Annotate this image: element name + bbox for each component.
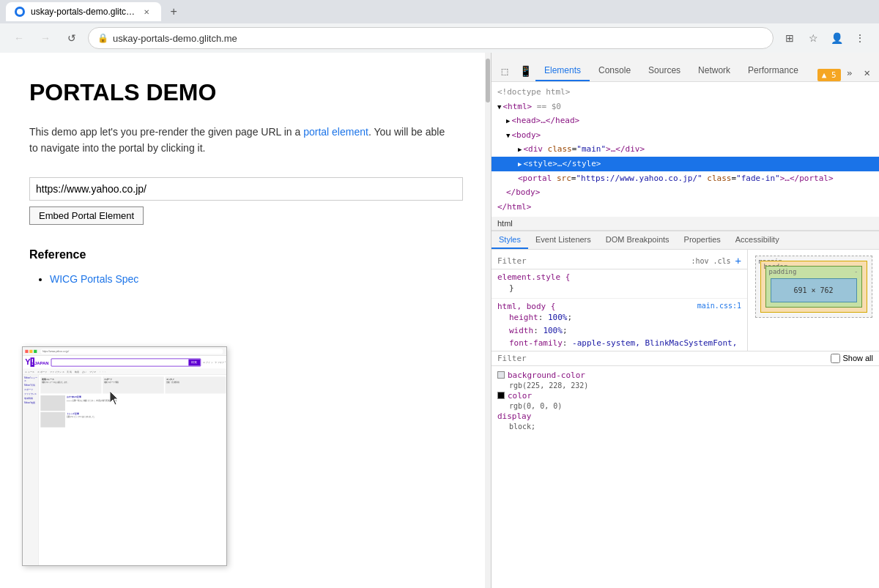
doctype-line[interactable]: <!doctype html> [492,85,879,100]
elements-tree: <!doctype html> ▼<html> == $0 ▶<head>…</… [492,82,879,217]
div-main-line[interactable]: ▶<div class="main">…</div> [492,142,879,157]
styles-tab-styles[interactable]: Styles [492,231,528,249]
display-computed-row: display [497,410,873,423]
devtools-close-button[interactable]: ✕ [858,64,876,81]
scrollbar-thumb [486,59,490,103]
devtools-device-button[interactable]: 📱 [515,61,535,81]
embed-portal-button[interactable]: Embed Portal Element [29,206,144,225]
styles-tabs-row: Styles Event Listeners DOM Breakpoints P… [492,231,879,250]
portal-element-link[interactable]: portal element [303,126,368,138]
styles-tab-dom-breakpoints[interactable]: DOM Breakpoints [598,231,677,249]
style-line[interactable]: ▶<style>…</style> [492,157,879,171]
devtools-tab-elements[interactable]: Elements [535,61,590,81]
devtools-inspect-button[interactable]: ⬚ [494,61,515,81]
new-tab-button[interactable]: + [164,2,183,21]
desc-text-before: This demo app let's you pre-render the g… [29,126,303,138]
padding-dash: - [854,268,858,275]
page-description: This demo app let's you pre-render the g… [29,124,454,157]
color-computed-val: rgb(0, 0, 0) [497,402,873,410]
html-open-line[interactable]: ▼<html> == $0 [492,100,879,114]
styles-filter-row: :hov .cls + [492,253,747,269]
padding-box: padding - 691 × 762 [765,266,862,308]
menu-button[interactable]: ⋮ [850,28,870,48]
font-val: -apple-system, BlinkMacSystemFont, [572,338,737,348]
computed-props-list: background-color rgb(225, 228, 232) colo… [492,365,879,473]
width-prop: width: 100%; [497,324,741,338]
refresh-button[interactable]: ↺ [62,28,82,48]
box-model-panel: margin - border - padding - 691 × 762 [747,250,879,351]
forward-button[interactable]: → [35,28,56,48]
wicg-portals-link[interactable]: WICG Portals Spec [50,273,138,285]
add-style-rule-button[interactable]: + [735,255,741,267]
devtools-tab-performance[interactable]: Performance [739,61,807,81]
browser-action-buttons: ⊞ ☆ 👤 ⋮ [779,28,870,48]
width-key: width [509,326,533,335]
box-dimensions: 691 × 762 [793,286,833,294]
font-family-prop: font-family: -apple-system, BlinkMacSyst… [497,337,741,350]
padding-label: padding [769,268,797,275]
bookmark-button[interactable]: ☆ [803,28,823,48]
address-url: uskay-portals-demo.glitch.me [113,33,764,44]
html-body-rule-section: html, body { main.css:1 height: 100%; wi… [492,299,747,351]
body-open-line[interactable]: ▼<body> [492,128,879,143]
account-button[interactable]: 👤 [826,28,847,48]
show-all-text: Show all [842,354,873,362]
devtools-tabs-row: ⬚ 📱 Elements Console Sources Network Per… [492,53,879,82]
reference-list: WICG Portals Spec [29,273,454,285]
bg-color-computed-key: background-color [508,371,585,380]
hov-pseudo-button[interactable]: :hov [691,257,708,265]
yahoo-top-bar: https://www.yahoo.co.jp/ [23,347,227,356]
devtools-tab-sources[interactable]: Sources [639,61,689,81]
tab-title: uskay-portals-demo.glitc… [31,7,135,17]
styles-tab-event-listeners[interactable]: Event Listeners [528,231,598,249]
display-computed-val: block; [497,423,873,431]
bg-color-computed-swatch [497,371,505,379]
page-scrollbar[interactable] [485,53,491,588]
browser-controls: ← → ↺ 🔒 uskay-portals-demo.glitch.me ⊞ ☆… [0,23,879,53]
browser-window: uskay-portals-demo.glitc… ✕ + ← → ↺ 🔒 us… [0,0,879,588]
height-key: height [509,313,538,322]
html-breadcrumb: html [492,217,879,231]
back-button[interactable]: ← [9,28,29,48]
browser-tab-active[interactable]: uskay-portals-demo.glitc… ✕ [6,2,161,21]
doctype-text: <!doctype html> [497,87,570,97]
head-line[interactable]: ▶<head>…</head> [492,113,879,128]
body-close-line[interactable]: </body> [492,185,879,200]
border-box: border - padding - 691 × 762 [760,261,867,313]
html-body-rule-header: html, body { main.css:1 [497,302,741,311]
bg-color-computed-row: background-color [497,369,873,382]
devtools-tab-console[interactable]: Console [590,61,639,81]
styles-tab-properties[interactable]: Properties [677,231,728,249]
yahoo-preview-inner: https://www.yahoo.co.jp/ Y!JAPAN 検索 ログイン… [23,347,227,566]
cls-pseudo-button[interactable]: .cls [713,257,730,265]
color-computed-row: color [497,390,873,402]
styles-panel: Styles Event Listeners DOM Breakpoints P… [492,231,879,472]
font-key: font-family [509,338,563,348]
color-computed-swatch [497,392,505,399]
reference-item: WICG Portals Spec [50,273,454,285]
tab-close-button[interactable]: ✕ [141,6,152,18]
show-all-checkbox[interactable] [831,354,840,363]
portal-content: https://www.yahoo.co.jp/ Y!JAPAN 検索 ログイン… [23,347,227,566]
styles-filter-input[interactable] [497,256,686,266]
portal-preview[interactable]: https://www.yahoo.co.jp/ Y!JAPAN 検索 ログイン… [22,346,227,566]
element-style-close: } [497,282,741,295]
browser-titlebar: uskay-portals-demo.glitc… ✕ + [0,0,879,23]
content-box: 691 × 762 [771,278,857,302]
styles-bottom-filter-input[interactable] [497,354,828,363]
html-close-line[interactable]: </html> [492,200,879,215]
url-input[interactable]: https://www.yahoo.co.jp/ [29,177,463,201]
translate-button[interactable]: ⊞ [779,28,800,48]
address-bar[interactable]: 🔒 uskay-portals-demo.glitch.me [88,27,774,49]
styles-tab-accessibility[interactable]: Accessibility [728,231,787,249]
element-style-section: element.style { } [492,269,747,299]
portal-line[interactable]: <portal src="https://www.yahoo.co.jp/" c… [492,171,879,186]
display-computed-key: display [497,412,531,421]
main-css-link[interactable]: main.css:1 [697,302,741,311]
height-val: 100% [548,313,568,322]
width-val: 100% [543,326,563,335]
devtools-tab-network[interactable]: Network [689,61,739,81]
element-style-selector: element.style { [497,272,741,282]
tab-favicon [15,7,25,17]
devtools-more-button[interactable]: » [841,64,858,81]
